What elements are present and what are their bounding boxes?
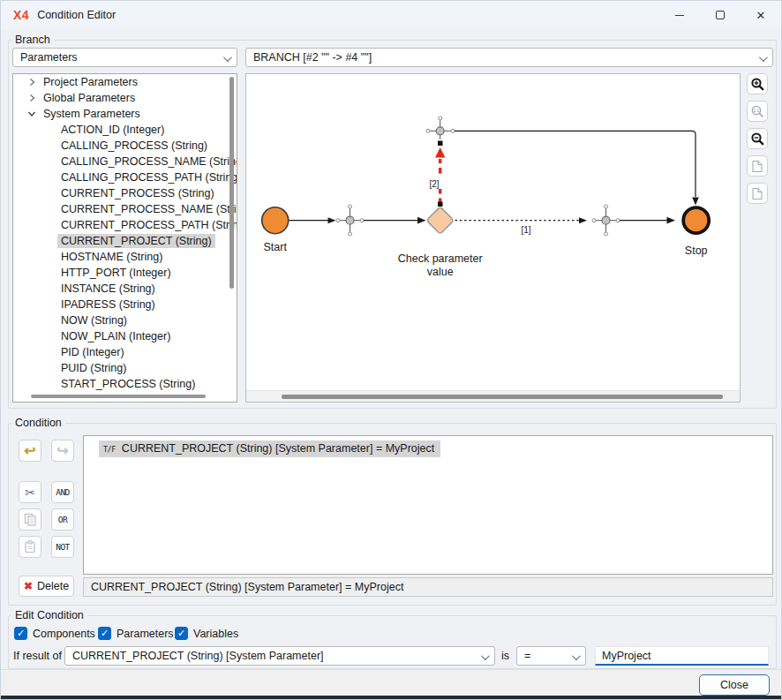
minimize-button[interactable] (659, 1, 700, 29)
arrowhead (692, 198, 699, 206)
tree-item[interactable]: CALLING_PROCESS_PATH (String) (13, 169, 237, 185)
parameter-tree: Project Parameters Global Parameters Sys… (12, 73, 237, 403)
tree-item[interactable]: CALLING_PROCESS (String) (13, 138, 237, 154)
edge-1-label: [1] (521, 225, 530, 235)
chevron-down-icon (572, 651, 581, 660)
tree-item[interactable]: HTTP_PORT (Integer) (13, 265, 237, 281)
tree-item[interactable]: NOW (String) (13, 312, 237, 328)
junction-3[interactable] (592, 205, 620, 236)
zoom-in-button[interactable] (747, 73, 768, 94)
delete-button[interactable]: ✖ Delete (19, 576, 74, 597)
fit-to-width-button[interactable] (747, 183, 768, 204)
arrowhead (667, 217, 676, 224)
tree-item[interactable]: INSTANCE (String) (13, 281, 237, 297)
tree-item[interactable]: PUID (String) (13, 360, 237, 376)
edge-2-label: [2] (429, 179, 439, 189)
diagram-scrollbar-thumb[interactable] (282, 395, 723, 399)
junction-2[interactable] (426, 117, 455, 139)
stop-node-label: Stop (685, 245, 708, 257)
decision-node[interactable] (426, 207, 454, 234)
tree-item[interactable]: CALLING_PROCESS_NAME (String) (13, 154, 237, 169)
close-window-button[interactable]: ✕ (741, 1, 781, 29)
tree-vertical-scrollbar[interactable] (229, 77, 234, 289)
stop-node[interactable] (683, 207, 709, 233)
variables-checkbox[interactable]: ✓ Variables (175, 627, 238, 640)
redo-button[interactable]: ↪ (51, 440, 74, 462)
parameter-type-combo[interactable]: Parameters (12, 48, 237, 67)
zoom-out-icon (750, 132, 765, 147)
zoom-actual-size-button[interactable]: 1:1 (747, 101, 768, 122)
page-icon (751, 187, 763, 200)
edge-handle[interactable] (438, 202, 443, 207)
arrowhead (579, 217, 587, 223)
edge-branch-2-selected[interactable]: [2] (427, 141, 445, 207)
not-button[interactable]: NOT (51, 536, 74, 558)
condition-group-label: Condition (11, 417, 65, 429)
checkbox-checked-icon: ✓ (98, 627, 111, 640)
tree-item[interactable]: IPADRESS (String) (13, 297, 237, 312)
chevron-down-icon (481, 651, 490, 660)
tree-item[interactable]: CURRENT_PROCESS (String) (13, 185, 237, 201)
chevron-down-icon (223, 53, 232, 62)
fit-to-page-button[interactable] (747, 155, 768, 177)
diagram-horizontal-scrollbar[interactable] (246, 390, 740, 402)
tree-item[interactable]: HOSTNAME (String) (13, 249, 237, 265)
if-result-of-label: If result of (13, 650, 62, 662)
cut-button[interactable]: ✂ (19, 481, 41, 503)
arrowhead (328, 217, 336, 223)
value-input[interactable] (595, 646, 769, 666)
edge-junction2-stop[interactable] (455, 131, 696, 197)
parameters-checkbox[interactable]: ✓ Parameters (98, 627, 174, 640)
condition-list[interactable]: T/F CURRENT_PROJECT (String) [System Par… (83, 435, 773, 575)
svg-text:1:1: 1:1 (753, 109, 759, 113)
branch-combo[interactable]: BRANCH [#2 "" -> #4 ""] (245, 48, 773, 67)
parameter-type-value: Parameters (20, 51, 78, 64)
expression-combo[interactable]: CURRENT_PROJECT (String) [System Paramet… (64, 646, 495, 666)
tree-item[interactable]: CURRENT_PROCESS_PATH (String) (13, 217, 237, 233)
tree-item[interactable]: CURRENT_PROCESS_NAME (String) (13, 201, 237, 217)
undo-button[interactable]: ↩ (19, 440, 41, 462)
condition-list-item-selected[interactable]: T/F CURRENT_PROJECT (String) [System Par… (99, 440, 440, 457)
operator-value: = (524, 650, 530, 662)
chevron-down-icon (759, 53, 768, 62)
junction-1[interactable] (336, 205, 364, 236)
delete-icon: ✖ (24, 581, 33, 591)
paste-button[interactable] (19, 536, 41, 558)
chevron-down-icon[interactable] (27, 109, 40, 118)
titlebar: X4 Condition Editor ✕ (1, 1, 781, 29)
tree-item-global-parameters[interactable]: Global Parameters (13, 90, 237, 106)
chevron-right-icon[interactable] (27, 94, 40, 102)
undo-icon: ↩ (24, 444, 35, 458)
tree-item[interactable]: NOW_PLAIN (Integer) (13, 328, 237, 344)
tree-item[interactable]: START_PROCESS (String) (13, 376, 237, 392)
tree-item-system-parameters[interactable]: System Parameters (13, 106, 237, 122)
is-label: is (501, 650, 509, 662)
close-button[interactable]: Close (699, 674, 770, 696)
components-checkbox[interactable]: ✓ Components (14, 627, 95, 640)
operator-combo[interactable]: = (516, 646, 586, 666)
maximize-button[interactable] (700, 1, 741, 29)
page-icon (751, 160, 763, 173)
zoom-out-button[interactable] (747, 128, 768, 149)
tree-horizontal-scrollbar[interactable] (31, 395, 206, 398)
copy-icon (24, 513, 37, 526)
condition-editor-window: X4 Condition Editor ✕ Branch Parameters … (0, 0, 782, 700)
checkbox-checked-icon: ✓ (14, 627, 27, 640)
and-button[interactable]: AND (51, 481, 74, 503)
start-node[interactable] (262, 207, 289, 234)
decision-node-label-line1: Check parameter (398, 252, 483, 265)
copy-button[interactable] (19, 508, 41, 531)
or-button[interactable]: OR (51, 508, 74, 531)
tree-item[interactable]: ACTION_ID (Integer) (13, 122, 237, 138)
window-bottom-edge (1, 696, 781, 700)
expression-value: CURRENT_PROJECT (String) [System Paramet… (72, 650, 324, 662)
chevron-right-icon[interactable] (27, 78, 40, 87)
diagram-canvas: [2] [1] (246, 74, 740, 388)
minimize-icon (675, 15, 684, 16)
process-diagram: [2] [1] (245, 73, 741, 403)
tree-item-selected[interactable]: CURRENT_PROJECT (String) (13, 233, 237, 249)
tree-item[interactable]: PID (Integer) (13, 344, 237, 360)
edge-handle[interactable] (438, 141, 443, 147)
tree-item-project-parameters[interactable]: Project Parameters (13, 74, 237, 90)
decision-node-label-line2: value (427, 266, 454, 278)
